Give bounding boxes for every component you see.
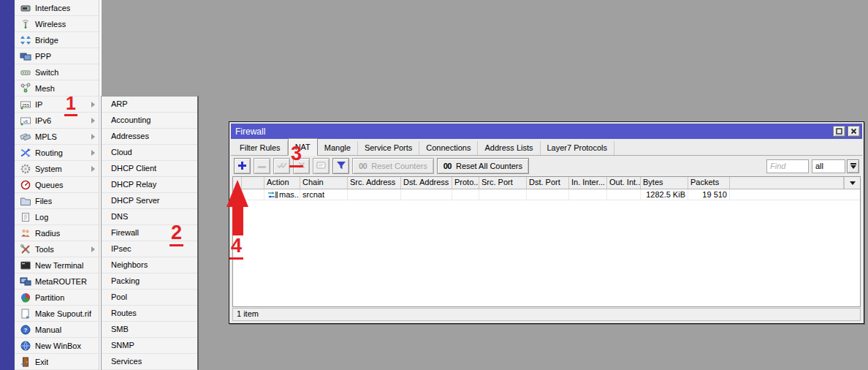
sidebar-item-make-supout-rif[interactable]: Make Supout.rif: [15, 306, 99, 322]
column-header-protocol[interactable]: Proto...: [452, 177, 479, 189]
submenu-item-cloud[interactable]: Cloud: [102, 145, 197, 161]
sidebar-item-mpls[interactable]: MPLS: [15, 129, 99, 145]
sidebar-item-label: Bridge: [35, 36, 58, 45]
check-icon: [277, 162, 287, 170]
column-header-packets[interactable]: Packets: [688, 177, 730, 189]
close-button[interactable]: [848, 126, 860, 137]
submenu-arrow-icon: [91, 150, 95, 156]
comment-icon: [316, 162, 326, 170]
ip-submenu: ARP Accounting Addresses Cloud DHCP Clie…: [101, 96, 199, 370]
column-header-dst-port[interactable]: Dst. Port: [527, 177, 569, 189]
plus-icon: [237, 161, 247, 172]
submenu-item-pool[interactable]: Pool: [102, 290, 197, 306]
submenu-item-dhcp-client[interactable]: DHCP Client: [102, 161, 197, 177]
submenu-item-routes[interactable]: Routes: [102, 306, 197, 322]
sidebar-item-mesh[interactable]: Mesh: [15, 80, 99, 97]
sidebar-item-exit[interactable]: Exit: [15, 354, 99, 370]
table-body: mas... srcnat 1282.5 KiB 19 510: [233, 189, 860, 306]
column-header-bytes[interactable]: Bytes: [641, 177, 688, 189]
minus-icon: [257, 162, 267, 170]
filter-scope-value[interactable]: all: [812, 159, 845, 173]
column-header-chain[interactable]: Chain: [300, 177, 348, 189]
annotation-step-2: 2: [170, 223, 183, 246]
sidebar-item-routing[interactable]: Routing: [15, 145, 99, 161]
sidebar-item-label: Queues: [35, 181, 64, 189]
column-header-in-interface[interactable]: In. Inter...: [569, 177, 607, 189]
submenu-item-dhcp-relay[interactable]: DHCP Relay: [102, 177, 197, 193]
tab-layer7-protocols[interactable]: Layer7 Protocols: [541, 141, 615, 155]
submenu-item-packing[interactable]: Packing: [102, 273, 197, 290]
submenu-arrow-icon: [91, 118, 95, 124]
find-input[interactable]: [766, 159, 809, 173]
sidebar-item-ip[interactable]: 255 IP: [15, 97, 99, 113]
add-rule-button[interactable]: [234, 158, 251, 174]
tab-mangle[interactable]: Mangle: [318, 141, 358, 155]
tab-service-ports[interactable]: Service Ports: [358, 141, 419, 155]
sidebar-item-log[interactable]: Log: [15, 209, 99, 225]
row-packets-cell: 19 510: [688, 189, 730, 200]
sidebar-item-manual[interactable]: ? Manual: [15, 322, 99, 338]
sidebar-item-metarouter[interactable]: MetaROUTER: [15, 273, 99, 290]
tab-filter-rules[interactable]: Filter Rules: [233, 141, 288, 155]
sidebar-item-files[interactable]: Files: [15, 193, 99, 209]
sidebar-item-system[interactable]: System: [15, 161, 99, 177]
submenu-item-snmp[interactable]: SNMP: [102, 338, 197, 354]
column-header-out-interface[interactable]: Out. Int...: [607, 177, 641, 189]
sidebar-item-ipv6[interactable]: v6 IPv6: [15, 113, 99, 129]
sidebar-item-label: Switch: [35, 68, 58, 77]
main-menu-sidebar: Interfaces Wireless Bridge PPP Switch Me…: [15, 0, 99, 370]
sidebar-item-label: IP: [35, 100, 42, 109]
submenu-item-dhcp-server[interactable]: DHCP Server: [102, 193, 197, 209]
column-header-src-address[interactable]: Src. Address: [348, 177, 401, 189]
annotation-step-4: 4: [229, 236, 243, 260]
sidebar-item-tools[interactable]: Tools: [15, 241, 99, 257]
submenu-item-addresses[interactable]: Addresses: [102, 129, 197, 145]
sidebar-item-label: Routing: [35, 148, 63, 157]
winbox-left-strip: [0, 0, 15, 370]
comment-button[interactable]: [313, 158, 330, 174]
submenu-item-services[interactable]: Services: [102, 354, 197, 370]
reset-all-counters-button[interactable]: 00 Reset All Counters: [437, 158, 529, 174]
remove-rule-button[interactable]: [254, 158, 270, 174]
interfaces-icon: [19, 2, 31, 14]
maximize-button[interactable]: [833, 126, 845, 137]
reset-counters-button[interactable]: 00 Reset Counters: [352, 158, 434, 174]
sidebar-item-interfaces[interactable]: Interfaces: [15, 0, 99, 16]
submenu-item-smb[interactable]: SMB: [102, 322, 197, 338]
enable-rule-button[interactable]: [273, 158, 290, 174]
routing-icon: [19, 147, 31, 159]
sidebar-item-radius[interactable]: Radius: [15, 225, 99, 241]
window-titlebar[interactable]: Firewall: [231, 124, 862, 139]
column-header-action[interactable]: Action: [264, 177, 300, 189]
sidebar-item-queues[interactable]: Queues: [15, 177, 99, 193]
table-row[interactable]: mas... srcnat 1282.5 KiB 19 510: [233, 189, 860, 200]
sidebar-item-ppp[interactable]: PPP: [15, 48, 99, 64]
sidebar-item-bridge[interactable]: Bridge: [15, 32, 99, 48]
sidebar-item-new-terminal[interactable]: New Terminal: [15, 257, 99, 273]
sidebar-item-partition[interactable]: Partition: [15, 290, 99, 306]
sidebar-item-label: PPP: [35, 52, 51, 61]
filter-scope-dropdown-button[interactable]: [847, 159, 859, 173]
sidebar-item-wireless[interactable]: Wireless: [15, 16, 99, 32]
submenu-item-accounting[interactable]: Accounting: [102, 113, 197, 129]
svg-text:255: 255: [21, 102, 29, 107]
tab-connections[interactable]: Connections: [419, 141, 478, 155]
column-header-src-port[interactable]: Src. Port: [479, 177, 527, 189]
filter-button[interactable]: [332, 158, 349, 174]
mesh-icon: [19, 83, 31, 94]
submenu-item-arp[interactable]: ARP: [102, 97, 197, 113]
tab-address-lists[interactable]: Address Lists: [478, 141, 540, 155]
firewall-toolbar: 00 Reset Counters 00 Reset All Counters …: [231, 156, 862, 176]
sidebar-item-new-winbox[interactable]: New WinBox: [15, 338, 99, 354]
column-select-dropdown-button[interactable]: [844, 177, 860, 189]
sidebar-item-label: Log: [35, 213, 48, 222]
ppp-icon: [19, 50, 31, 62]
sidebar-item-switch[interactable]: Switch: [15, 64, 99, 80]
close-icon: [850, 127, 857, 137]
mpls-icon: [19, 131, 31, 143]
column-header-dst-address[interactable]: Dst. Address: [401, 177, 452, 189]
sidebar-item-label: Manual: [35, 325, 61, 334]
sidebar-item-label: Partition: [35, 293, 64, 302]
submenu-item-neighbors[interactable]: Neighbors: [102, 257, 197, 273]
dropdown-arrow-icon: [850, 165, 856, 169]
